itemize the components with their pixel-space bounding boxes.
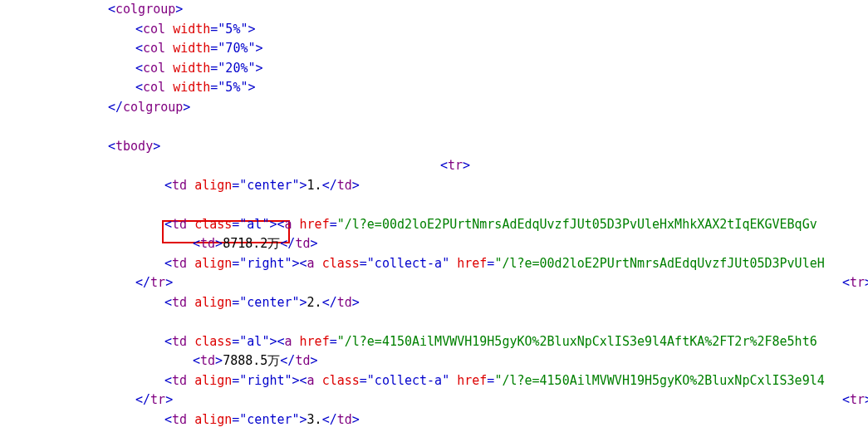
code-line: <td>8718.2万</td> [193,234,868,254]
blank-line [0,117,868,137]
code-line: <col width="5%"> [135,78,868,98]
code-line: <tr> [440,156,868,176]
code-line: <tbody> [108,137,868,157]
code-line: </colgroup> [108,98,868,118]
blank-line [0,312,868,332]
code-line: </tr> <tr> [135,390,868,410]
blank-line [0,195,868,215]
code-line: <td align="center">2.</td> [164,293,868,313]
code-line: <td>7888.5万</td> [193,351,868,371]
code-line: </tr> <tr> [135,273,868,293]
code-line: <colgroup> [108,0,868,20]
code-line: <td align="center">1.</td> [164,176,868,196]
code-line: <col width="70%"> [135,39,868,59]
code-line: <td align="right"><a class="collect-a" h… [164,254,868,274]
code-line: <col width="20%"> [135,59,868,79]
code-line: <col width="5%"> [135,20,868,40]
code-line: <td class="al"><a href="/l?e=00d2loE2PUr… [164,215,868,235]
code-line: <td class="al"><a href="/l?e=4150AilMVWV… [164,332,868,352]
code-line: <td align="right"><a class="collect-a" h… [164,371,868,391]
code-line: <td align="center">3.</td> [164,410,868,430]
